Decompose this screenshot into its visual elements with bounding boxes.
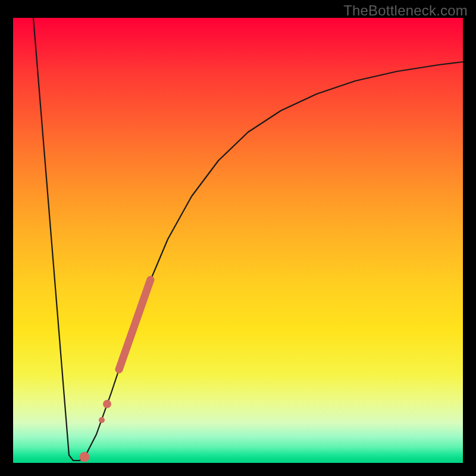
dot-1 [99,417,105,423]
plot-area [13,18,463,463]
bottleneck-curve [33,18,463,461]
dot-3 [80,452,90,462]
highlight-dots [80,400,112,462]
curve-svg [13,18,463,463]
chart-container: TheBottleneck.com [0,0,476,476]
highlight-segment [119,280,151,369]
watermark-text: TheBottleneck.com [343,2,468,19]
dot-2 [103,400,111,408]
